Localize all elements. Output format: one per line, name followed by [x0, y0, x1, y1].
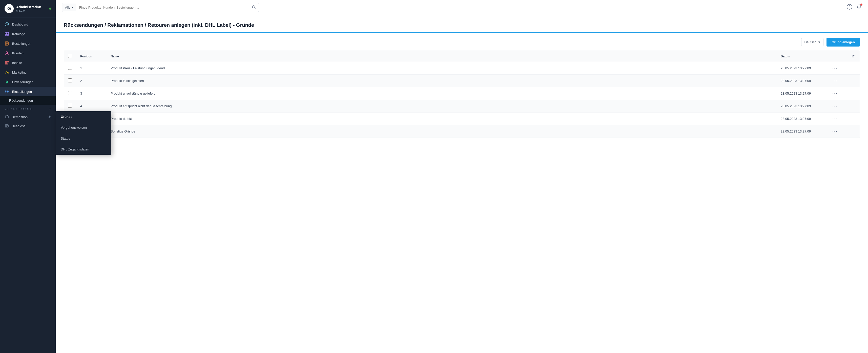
sidebar-sub-item-ruecksendungen[interactable]: Rücksendungen › [0, 96, 56, 105]
sidebar-item-label: Marketing [12, 70, 27, 74]
search-input[interactable] [76, 4, 249, 11]
sidebar-item-kataloge[interactable]: Kataloge [0, 29, 56, 39]
content-area: Deutsch ▾ Grund anlegen Position [56, 33, 868, 143]
language-label: Deutsch [804, 40, 817, 44]
einstellungen-icon [5, 89, 9, 94]
row-actions-cell: ··· [827, 62, 847, 74]
headless-icon [5, 124, 9, 128]
sidebar-item-marketing[interactable]: Marketing [0, 67, 56, 77]
submenu-item-gruende[interactable]: Gründe [56, 111, 111, 122]
table-row: Sonstige Gründe 23.05.2023 13:27:09 ··· [64, 125, 860, 138]
chevron-down-icon: ▾ [72, 6, 73, 9]
search-button[interactable] [249, 3, 259, 12]
sidebar-item-erweiterungen[interactable]: Erweiterungen [0, 77, 56, 87]
table-row: 4 Produkt entspricht nicht der Beschreib… [64, 100, 860, 113]
main-content: Alle ▾ Rücksendungen / Reklamationen / R… [56, 0, 868, 353]
sidebar-item-label: Erweiterungen [12, 80, 33, 84]
row-checkbox[interactable] [68, 66, 72, 70]
sales-channels-section: Verkaufskanäle + [0, 105, 56, 112]
row-actions-button[interactable]: ··· [831, 77, 839, 84]
row-datum: 23.05.2023 13:27:09 [777, 125, 827, 138]
demoshop-label: Demoshop [12, 115, 28, 119]
row-name: Produkt falsch geliefert [106, 74, 777, 87]
reset-icon[interactable]: ↺ [851, 54, 855, 58]
eye-icon: 👁 [48, 115, 51, 119]
row-actions-cell: ··· [827, 74, 847, 87]
inhalte-icon [5, 60, 9, 65]
sidebar-header: G Administration 6.5.0.0 [0, 0, 56, 18]
row-reset-cell [847, 74, 860, 87]
row-reset-cell [847, 113, 860, 125]
table-row: 3 Produkt unvollständig geliefert 23.05.… [64, 87, 860, 100]
row-checkbox-cell [64, 87, 76, 100]
row-name: Produkt unvollständig geliefert [106, 87, 777, 100]
sidebar-item-label: Inhalte [12, 61, 22, 65]
svg-rect-8 [5, 63, 7, 63]
row-reset-cell [847, 62, 860, 74]
row-actions-button[interactable]: ··· [831, 116, 839, 122]
chevron-right-icon: › [50, 99, 51, 102]
chevron-down-icon: ▾ [818, 40, 820, 44]
row-actions-cell: ··· [827, 87, 847, 100]
sidebar-item-bestellungen[interactable]: Bestellungen [0, 39, 56, 48]
row-reset-cell [847, 100, 860, 113]
sidebar-item-inhalte[interactable]: Inhalte [0, 58, 56, 67]
row-actions-button[interactable]: ··· [831, 103, 839, 109]
row-actions-button[interactable]: ··· [831, 128, 839, 134]
row-checkbox[interactable] [68, 104, 72, 108]
sidebar-item-kunden[interactable]: Kunden [0, 48, 56, 58]
row-checkbox[interactable] [68, 78, 72, 83]
th-actions [827, 51, 847, 62]
sidebar-item-label: Kataloge [12, 32, 25, 36]
demoshop-icon [5, 115, 9, 119]
th-datum: Datum [777, 51, 827, 62]
row-position: 2 [76, 74, 106, 87]
headless-label: Headless [12, 124, 25, 128]
sidebar-item-dashboard[interactable]: Dashboard [0, 20, 56, 29]
sidebar-item-label: Bestellungen [12, 42, 31, 45]
select-all-checkbox[interactable] [68, 54, 72, 58]
sub-item-label: Rücksendungen [9, 99, 33, 102]
search-filter-dropdown[interactable]: Alle ▾ [62, 4, 76, 11]
search-container: Alle ▾ [62, 3, 259, 12]
filter-label: Alle [65, 6, 71, 9]
table-body: 1 Produkt Preis / Leistung ungenügend 23… [64, 62, 860, 138]
add-sales-channel-icon[interactable]: + [49, 107, 51, 111]
help-icon[interactable] [847, 4, 852, 11]
table-header-row: Position Name Datum ↺ [64, 51, 860, 62]
sidebar-item-einstellungen[interactable]: Einstellungen [0, 87, 56, 96]
submenu-overlay: Gründe Vorgehensweisen Status DHL Zugang… [56, 111, 111, 155]
row-actions-cell: ··· [827, 113, 847, 125]
table-row: 2 Produkt falsch geliefert 23.05.2023 13… [64, 74, 860, 87]
toolbar: Deutsch ▾ Grund anlegen [64, 38, 860, 46]
svg-rect-12 [5, 116, 8, 118]
row-datum: 23.05.2023 13:27:09 [777, 100, 827, 113]
th-position: Position [76, 51, 106, 62]
row-checkbox-cell [64, 62, 76, 74]
submenu-item-dhl[interactable]: DHL Zugangsdaten [56, 144, 111, 155]
th-checkbox [64, 51, 76, 62]
sidebar-item-label: Kunden [12, 51, 24, 55]
sidebar-item-label: Einstellungen [12, 90, 32, 94]
page-header: Rücksendungen / Reklamationen / Retouren… [56, 15, 868, 33]
language-dropdown[interactable]: Deutsch ▾ [801, 38, 824, 46]
notification-icon[interactable] [856, 4, 862, 11]
submenu-item-status[interactable]: Status [56, 133, 111, 144]
row-checkbox[interactable] [68, 91, 72, 95]
app-name: Administration [16, 5, 41, 9]
row-actions-button[interactable]: ··· [831, 65, 839, 71]
submenu-item-vorgehensweisen[interactable]: Vorgehensweisen [56, 122, 111, 133]
row-name: Produkt defekt [106, 113, 777, 125]
svg-rect-13 [5, 125, 8, 127]
svg-rect-2 [7, 32, 9, 34]
th-name: Name [106, 51, 777, 62]
row-datum: 23.05.2023 13:27:09 [777, 113, 827, 125]
create-reason-button[interactable]: Grund anlegen [827, 38, 860, 46]
kataloge-icon [5, 32, 9, 36]
row-position: 1 [76, 62, 106, 74]
sidebar-item-demoshop[interactable]: Demoshop 👁 [0, 112, 56, 121]
svg-rect-4 [7, 34, 9, 35]
row-actions-button[interactable]: ··· [831, 90, 839, 97]
sidebar-item-headless[interactable]: Headless [0, 121, 56, 130]
row-position: 3 [76, 87, 106, 100]
